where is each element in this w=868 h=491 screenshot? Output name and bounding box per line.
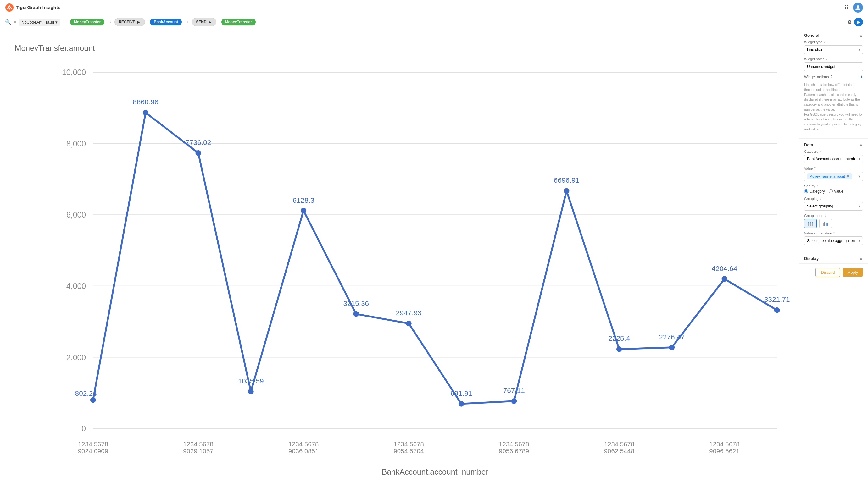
value-chip: MoneyTransfer.amount ✕ (807, 173, 852, 179)
group-mode-stacked-button[interactable] (804, 219, 817, 228)
run-button[interactable]: ▶ (854, 18, 863, 26)
value-field-wrapper[interactable]: MoneyTransfer.amount ✕ ▾ (804, 172, 863, 181)
grouping-select-wrapper: Select grouping (804, 202, 863, 211)
topbar-left: TigerGraph Insights (5, 3, 60, 12)
svg-text:9062 5448: 9062 5448 (604, 447, 634, 455)
widget-type-label: Widget type ? (804, 40, 863, 44)
svg-text:767.11: 767.11 (503, 386, 525, 395)
value-chip-remove-button[interactable]: ✕ (846, 174, 849, 178)
settings-icon[interactable]: ⚙ (847, 19, 852, 25)
svg-text:2225.4: 2225.4 (608, 334, 630, 342)
query-actions: ⚙ ▶ (847, 18, 863, 26)
widget-type-select[interactable]: Line chart (804, 45, 863, 54)
value-aggregation-select[interactable]: Select the value aggregation (804, 236, 863, 245)
category-select[interactable]: BankAccount.account_number (804, 155, 863, 164)
svg-rect-64 (823, 223, 824, 226)
grouping-row: Grouping ? Select grouping (804, 197, 863, 211)
svg-text:2947.93: 2947.93 (396, 309, 422, 317)
grouping-help-icon[interactable]: ? (819, 197, 821, 200)
pill-label-2: RECEIVE (118, 20, 135, 24)
sort-category-option[interactable]: Category (804, 189, 825, 194)
svg-text:7736.02: 7736.02 (186, 138, 211, 146)
grouping-label: Grouping ? (804, 197, 863, 201)
svg-text:6128.3: 6128.3 (292, 196, 314, 204)
expand-icon[interactable]: ▾ (14, 19, 16, 25)
arrow-right-4: → (184, 19, 189, 25)
svg-text:6696.91: 6696.91 (554, 176, 580, 184)
general-header[interactable]: General ▲ (799, 29, 868, 40)
value-help-icon[interactable]: ? (814, 167, 816, 170)
topbar-right: ⠿ (844, 2, 863, 12)
value-chip-text: MoneyTransfer.amount (810, 174, 845, 178)
group-mode-help-icon[interactable]: ? (824, 214, 827, 217)
chart-area: MoneyTransfer.amount 10,000 8,000 6,000 … (0, 29, 799, 491)
value-aggregation-row: Value aggregation ? Select the value agg… (804, 231, 863, 245)
data-body: Category ? BankAccount.account_number Va… (799, 150, 868, 252)
pill-receive[interactable]: RECEIVE ► (114, 18, 145, 26)
svg-text:1234 5678: 1234 5678 (709, 441, 739, 447)
pill-moneytransfer-2[interactable]: MoneyTransfer (221, 19, 256, 26)
apply-button[interactable]: Apply (842, 268, 863, 277)
widget-actions-help-icon[interactable]: ? (830, 75, 833, 79)
display-header[interactable]: Display ▲ (799, 253, 868, 263)
data-title: Data (804, 142, 813, 147)
db-name: NoCodeAntiFraud (21, 20, 54, 25)
sort-value-option[interactable]: Value (829, 189, 843, 194)
svg-text:691.91: 691.91 (450, 389, 472, 397)
widget-name-help-icon[interactable]: ? (826, 58, 828, 61)
category-row: Category ? BankAccount.account_number (804, 150, 863, 164)
pill-moneytransfer-1[interactable]: MoneyTransfer (70, 19, 105, 26)
arrow-icon-4: ► (208, 20, 212, 25)
svg-point-17 (195, 150, 201, 156)
svg-text:1035.59: 1035.59 (238, 377, 264, 385)
svg-point-20 (353, 311, 359, 317)
widget-name-label: Widget name ? (804, 57, 863, 61)
widget-actions-label: Widget actions ? (804, 75, 832, 79)
svg-text:1234 5678: 1234 5678 (288, 441, 318, 447)
group-mode-grouped-button[interactable] (819, 219, 832, 228)
arrow-right-2: → (107, 19, 112, 25)
svg-text:9029 1057: 9029 1057 (183, 447, 213, 455)
search-icon[interactable]: 🔍 (5, 19, 11, 25)
sort-category-radio[interactable] (804, 189, 808, 193)
svg-text:1234 5678: 1234 5678 (499, 441, 529, 447)
svg-text:9036 0851: 9036 0851 (288, 447, 318, 455)
category-select-wrapper: BankAccount.account_number (804, 155, 863, 164)
avatar[interactable] (853, 2, 863, 12)
value-aggregation-help-icon[interactable]: ? (833, 231, 835, 235)
sort-value-label: Value (834, 189, 843, 194)
data-header[interactable]: Data ▲ (799, 139, 868, 150)
svg-rect-67 (827, 223, 828, 226)
widget-name-input[interactable] (804, 62, 863, 71)
db-selector[interactable]: NoCodeAntiFraud ▾ (19, 19, 60, 26)
svg-rect-61 (810, 222, 811, 223)
svg-point-2 (857, 5, 859, 8)
topbar: TigerGraph Insights ⠿ (0, 0, 868, 15)
section-data: Data ▲ Category ? BankAccount.account_nu… (799, 139, 868, 253)
svg-rect-59 (808, 222, 809, 224)
add-action-button[interactable]: + (860, 74, 863, 80)
category-help-icon[interactable]: ? (819, 150, 821, 153)
sort-by-row: Sort by ? Category Value (804, 184, 863, 194)
pill-label-3: BankAccount (154, 20, 178, 24)
grouping-select[interactable]: Select grouping (804, 202, 863, 211)
pill-bankaccount[interactable]: BankAccount (150, 19, 182, 26)
general-body: Widget type ? Line chart Widget name ? (799, 40, 868, 138)
svg-text:BankAccount.account_number: BankAccount.account_number (382, 467, 488, 476)
sort-by-help-icon[interactable]: ? (816, 184, 818, 187)
svg-text:4,000: 4,000 (66, 282, 86, 290)
svg-rect-65 (824, 222, 825, 226)
svg-point-18 (248, 389, 254, 395)
svg-text:1234 5678: 1234 5678 (183, 441, 213, 447)
widget-type-help-icon[interactable]: ? (824, 40, 825, 44)
sort-category-label: Category (810, 189, 825, 194)
sort-value-radio[interactable] (829, 189, 833, 193)
discard-button[interactable]: Discard (815, 268, 840, 277)
svg-text:1234 5678: 1234 5678 (394, 441, 424, 447)
svg-rect-58 (808, 224, 809, 226)
logo: TigerGraph Insights (5, 3, 60, 12)
svg-point-28 (774, 308, 780, 313)
pill-send[interactable]: SEND ► (192, 18, 216, 26)
apps-icon[interactable]: ⠿ (844, 4, 849, 11)
querybar: 🔍 ▾ NoCodeAntiFraud ▾ → MoneyTransfer → … (0, 15, 868, 29)
